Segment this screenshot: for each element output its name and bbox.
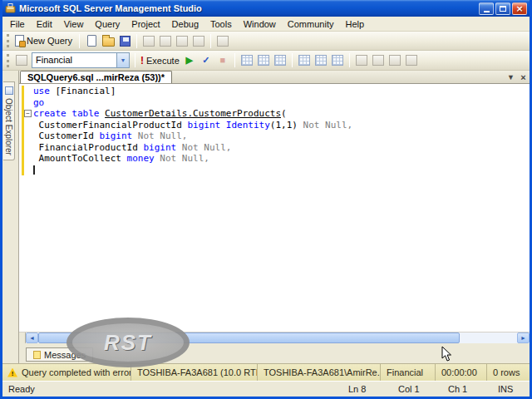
code-line[interactable]: FinancialProductId bigint Not Null, [33, 142, 530, 154]
results-to-grid-button[interactable] [313, 52, 329, 69]
status-rows: 0 rows [486, 364, 530, 381]
cancel-executing-query-icon: ■ [219, 56, 225, 65]
results-to-file-button[interactable] [329, 52, 346, 69]
new-database-engine-query-button[interactable] [83, 32, 100, 49]
toolbar-separator [349, 53, 350, 67]
minimize-icon[interactable] [479, 2, 494, 15]
save-icon [120, 36, 131, 47]
specify-template-parameters-button[interactable] [272, 52, 288, 69]
menu-item-tools[interactable]: Tools [204, 17, 238, 31]
object-explorer-label: Object Explorer [4, 98, 13, 155]
display-estimated-execution-plan-button[interactable] [239, 52, 255, 69]
increase-indent-icon [406, 55, 417, 66]
mouse-cursor [441, 346, 452, 362]
specify-template-parameters-icon [274, 55, 286, 66]
decrease-indent-icon [389, 55, 401, 66]
code-line[interactable]: use [Financial] [33, 86, 530, 97]
menu-item-window[interactable]: Window [238, 17, 282, 31]
results-to-file-icon [332, 55, 343, 66]
status-line: Ln 8 [348, 384, 398, 394]
status-char: Ch 1 [448, 384, 498, 394]
status-column: Col 1 [398, 384, 448, 394]
collapse-region-icon[interactable]: − [24, 110, 32, 117]
scroll-right-icon[interactable]: ► [517, 332, 530, 343]
new-query-label: New Query [27, 36, 74, 46]
status-server: TOSHIBA-FA3A681 (10.0 RTM) [131, 364, 257, 381]
results-to-text-button[interactable] [296, 52, 313, 69]
parse-button[interactable]: ✓ [198, 52, 214, 69]
scroll-left-icon[interactable]: ◄ [26, 332, 38, 343]
menu-item-project[interactable]: Project [126, 17, 165, 31]
database-combobox-value: Financial [32, 53, 116, 67]
close-icon[interactable]: × [512, 2, 527, 15]
title-bar[interactable]: Microsoft SQL Server Management Studio × [2, 0, 530, 17]
object-explorer-tab[interactable]: Object Explorer [3, 81, 15, 160]
change-tracking-bar [22, 86, 24, 175]
object-explorer-window-button[interactable] [157, 32, 174, 49]
properties-window-icon [193, 36, 204, 47]
cancel-executing-query-button[interactable]: ■ [214, 52, 231, 69]
status-insert-mode: INS [498, 384, 530, 394]
code-line[interactable]: AmountToCollect money Not Null, [33, 153, 530, 165]
increase-indent-button[interactable] [403, 52, 420, 69]
change-connection-icon [16, 55, 27, 66]
splitter-handle[interactable] [19, 332, 26, 343]
menu-item-edit[interactable]: Edit [31, 17, 58, 31]
execute-button[interactable]: ! Execute [139, 52, 181, 69]
code-editor[interactable]: − use [Financial]gocreate table Customer… [19, 84, 530, 332]
code-line[interactable]: create table CustomerDetails.CustomerPro… [33, 108, 530, 120]
menu-item-debug[interactable]: Debug [166, 17, 204, 31]
save-button[interactable] [116, 32, 133, 49]
activity-monitor-button[interactable] [214, 32, 231, 49]
menu-item-view[interactable]: View [58, 17, 90, 31]
window-title: Microsoft SQL Server Management Studio [19, 3, 475, 13]
query-designer-button[interactable] [255, 52, 272, 69]
file-list-dropdown-icon[interactable]: ▼ [505, 71, 517, 83]
warning-icon: ! [7, 368, 17, 377]
toolbar-separator [136, 34, 137, 48]
decrease-indent-button[interactable] [387, 52, 403, 69]
text-caret [33, 165, 35, 175]
watermark-text: RST [104, 330, 152, 356]
toolbar-standard: New Query [2, 32, 530, 51]
new-query-button[interactable]: New Query [13, 32, 76, 49]
menu-item-file[interactable]: File [4, 17, 31, 31]
code-line[interactable] [33, 165, 530, 176]
menu-item-community[interactable]: Community [282, 17, 340, 31]
results-to-text-icon [298, 55, 310, 66]
document-tab-bar: SQLQuery6.sql ...mirReza (53))* ▼ × [19, 71, 530, 84]
window-controls: × [479, 2, 527, 15]
parse-icon: ✓ [202, 56, 209, 65]
query-tab[interactable]: SQLQuery6.sql ...mirReza (53))* [20, 71, 172, 83]
toolbar-grip[interactable] [7, 34, 9, 47]
change-connection-button[interactable] [13, 52, 30, 69]
comment-out-selected-lines-button[interactable] [353, 52, 370, 69]
toolbar-standard-icons [83, 32, 231, 49]
query-designer-icon [258, 55, 269, 66]
code-line[interactable]: CustomerFinancialProductId bigint Identi… [33, 120, 530, 131]
debug-button[interactable]: ▶ [181, 52, 198, 69]
document-area: SQLQuery6.sql ...mirReza (53))* ▼ × − us… [18, 71, 530, 363]
left-dock-strip: Object Explorer [2, 71, 18, 363]
uncomment-selected-lines-button[interactable] [370, 52, 387, 69]
code-line[interactable]: CustomerId bigint Not Null, [33, 131, 530, 142]
watermark: RST [66, 318, 190, 367]
properties-window-button[interactable] [190, 32, 207, 49]
close-document-icon[interactable]: × [517, 71, 530, 83]
toolbar-query-icons: ▶✓■ [181, 52, 420, 69]
app-icon [5, 2, 16, 15]
open-file-button[interactable] [100, 32, 116, 49]
chevron-down-icon[interactable]: ▼ [116, 53, 129, 67]
maximize-icon[interactable] [495, 2, 510, 15]
code-line[interactable]: go [33, 97, 530, 109]
code-area[interactable]: use [Financial]gocreate table CustomerDe… [33, 86, 530, 175]
messages-icon [33, 351, 41, 359]
template-explorer-button[interactable] [174, 32, 190, 49]
template-explorer-icon [176, 36, 188, 47]
menu-item-query[interactable]: Query [89, 17, 126, 31]
available-databases-combobox[interactable]: Financial ▼ [32, 52, 130, 68]
registered-servers-icon [143, 36, 155, 47]
registered-servers-button[interactable] [140, 32, 157, 49]
toolbar-grip[interactable] [7, 54, 9, 67]
menu-item-help[interactable]: Help [339, 17, 370, 31]
